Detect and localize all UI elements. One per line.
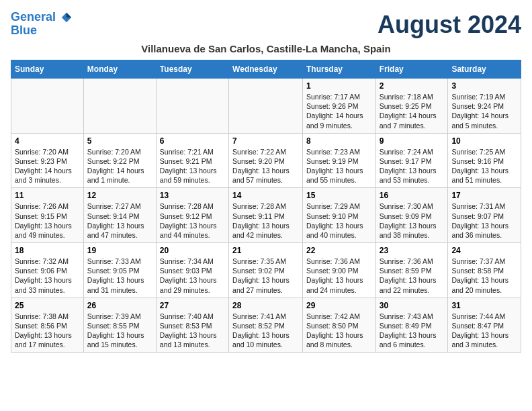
weekday-header-tuesday: Tuesday bbox=[156, 60, 228, 79]
day-info: Sunrise: 7:42 AM Sunset: 8:50 PM Dayligh… bbox=[306, 312, 372, 350]
calendar-cell: 22Sunrise: 7:36 AM Sunset: 9:00 PM Dayli… bbox=[302, 243, 375, 298]
day-number: 1 bbox=[306, 81, 372, 91]
calendar-cell: 9Sunrise: 7:24 AM Sunset: 9:17 PM Daylig… bbox=[375, 133, 448, 188]
day-number: 9 bbox=[380, 136, 445, 146]
svg-marker-1 bbox=[66, 13, 71, 17]
calendar-cell bbox=[156, 79, 228, 134]
day-info: Sunrise: 7:28 AM Sunset: 9:11 PM Dayligh… bbox=[232, 201, 299, 240]
calendar-cell: 15Sunrise: 7:29 AM Sunset: 9:10 PM Dayli… bbox=[302, 188, 375, 243]
day-info: Sunrise: 7:31 AM Sunset: 9:07 PM Dayligh… bbox=[451, 201, 517, 240]
calendar-cell: 10Sunrise: 7:25 AM Sunset: 9:16 PM Dayli… bbox=[448, 133, 521, 188]
day-number: 19 bbox=[87, 246, 152, 255]
day-info: Sunrise: 7:34 AM Sunset: 9:03 PM Dayligh… bbox=[160, 257, 225, 295]
day-number: 20 bbox=[160, 246, 225, 255]
calendar-cell: 20Sunrise: 7:34 AM Sunset: 9:03 PM Dayli… bbox=[156, 243, 228, 298]
day-info: Sunrise: 7:25 AM Sunset: 9:16 PM Dayligh… bbox=[451, 147, 517, 185]
logo-general: General bbox=[11, 10, 56, 24]
calendar-cell: 30Sunrise: 7:43 AM Sunset: 8:49 PM Dayli… bbox=[375, 298, 448, 353]
day-info: Sunrise: 7:28 AM Sunset: 9:12 PM Dayligh… bbox=[160, 201, 225, 240]
weekday-header-thursday: Thursday bbox=[302, 60, 375, 79]
day-info: Sunrise: 7:24 AM Sunset: 9:17 PM Dayligh… bbox=[380, 147, 445, 185]
day-info: Sunrise: 7:30 AM Sunset: 9:09 PM Dayligh… bbox=[380, 201, 445, 240]
calendar-cell: 23Sunrise: 7:36 AM Sunset: 8:59 PM Dayli… bbox=[375, 243, 448, 298]
calendar-cell: 18Sunrise: 7:32 AM Sunset: 9:06 PM Dayli… bbox=[11, 243, 84, 298]
day-info: Sunrise: 7:29 AM Sunset: 9:10 PM Dayligh… bbox=[306, 201, 372, 240]
day-number: 15 bbox=[306, 191, 372, 200]
calendar-cell: 24Sunrise: 7:37 AM Sunset: 8:58 PM Dayli… bbox=[448, 243, 521, 298]
day-info: Sunrise: 7:37 AM Sunset: 8:58 PM Dayligh… bbox=[451, 257, 517, 295]
calendar-cell bbox=[11, 79, 84, 134]
calendar-cell: 6Sunrise: 7:21 AM Sunset: 9:21 PM Daylig… bbox=[156, 133, 228, 188]
weekday-header-saturday: Saturday bbox=[448, 60, 521, 79]
day-info: Sunrise: 7:17 AM Sunset: 9:26 PM Dayligh… bbox=[306, 92, 372, 130]
weekday-header-friday: Friday bbox=[375, 60, 448, 79]
day-number: 12 bbox=[87, 191, 152, 200]
day-info: Sunrise: 7:38 AM Sunset: 8:56 PM Dayligh… bbox=[15, 312, 80, 350]
calendar-cell: 28Sunrise: 7:41 AM Sunset: 8:52 PM Dayli… bbox=[229, 298, 303, 353]
day-number: 2 bbox=[380, 81, 445, 91]
day-number: 24 bbox=[451, 246, 517, 255]
calendar-cell: 7Sunrise: 7:22 AM Sunset: 9:20 PM Daylig… bbox=[229, 133, 303, 188]
day-number: 3 bbox=[451, 81, 517, 91]
day-number: 30 bbox=[380, 301, 445, 310]
day-number: 28 bbox=[232, 301, 299, 310]
day-info: Sunrise: 7:36 AM Sunset: 8:59 PM Dayligh… bbox=[380, 257, 445, 295]
day-number: 25 bbox=[15, 301, 80, 310]
day-number: 29 bbox=[306, 301, 372, 310]
day-info: Sunrise: 7:36 AM Sunset: 9:00 PM Dayligh… bbox=[306, 257, 372, 295]
subtitle: Villanueva de San Carlos, Castille-La Ma… bbox=[11, 43, 521, 54]
logo-blue: Blue bbox=[11, 24, 37, 37]
day-number: 8 bbox=[306, 136, 372, 146]
day-number: 23 bbox=[380, 246, 445, 255]
calendar-cell: 8Sunrise: 7:23 AM Sunset: 9:19 PM Daylig… bbox=[302, 133, 375, 188]
calendar-cell: 26Sunrise: 7:39 AM Sunset: 8:55 PM Dayli… bbox=[83, 298, 156, 353]
calendar-cell: 14Sunrise: 7:28 AM Sunset: 9:11 PM Dayli… bbox=[229, 188, 303, 243]
calendar-cell: 2Sunrise: 7:18 AM Sunset: 9:25 PM Daylig… bbox=[375, 79, 448, 134]
month-title: August 2024 bbox=[378, 11, 521, 39]
day-info: Sunrise: 7:19 AM Sunset: 9:24 PM Dayligh… bbox=[451, 92, 517, 130]
day-info: Sunrise: 7:23 AM Sunset: 9:19 PM Dayligh… bbox=[306, 147, 372, 185]
calendar-table: SundayMondayTuesdayWednesdayThursdayFrid… bbox=[11, 60, 521, 353]
day-info: Sunrise: 7:22 AM Sunset: 9:20 PM Dayligh… bbox=[232, 147, 299, 185]
day-info: Sunrise: 7:21 AM Sunset: 9:21 PM Dayligh… bbox=[160, 147, 225, 185]
day-number: 31 bbox=[451, 301, 517, 310]
day-info: Sunrise: 7:40 AM Sunset: 8:53 PM Dayligh… bbox=[160, 312, 225, 350]
day-number: 16 bbox=[380, 191, 445, 200]
day-info: Sunrise: 7:39 AM Sunset: 8:55 PM Dayligh… bbox=[87, 312, 152, 350]
day-number: 11 bbox=[15, 191, 80, 200]
title-section: August 2024 bbox=[378, 11, 521, 39]
day-info: Sunrise: 7:20 AM Sunset: 9:22 PM Dayligh… bbox=[87, 147, 152, 185]
calendar-cell: 29Sunrise: 7:42 AM Sunset: 8:50 PM Dayli… bbox=[302, 298, 375, 353]
day-number: 4 bbox=[15, 136, 80, 146]
day-number: 17 bbox=[451, 191, 517, 200]
day-number: 6 bbox=[160, 136, 225, 146]
calendar-cell: 31Sunrise: 7:44 AM Sunset: 8:47 PM Dayli… bbox=[448, 298, 521, 353]
weekday-header-sunday: Sunday bbox=[11, 60, 84, 79]
day-number: 7 bbox=[232, 136, 299, 146]
day-number: 27 bbox=[160, 301, 225, 310]
calendar-cell: 21Sunrise: 7:35 AM Sunset: 9:02 PM Dayli… bbox=[229, 243, 303, 298]
day-number: 5 bbox=[87, 136, 152, 146]
calendar-cell: 1Sunrise: 7:17 AM Sunset: 9:26 PM Daylig… bbox=[302, 79, 375, 134]
day-info: Sunrise: 7:35 AM Sunset: 9:02 PM Dayligh… bbox=[232, 257, 299, 295]
calendar-cell bbox=[229, 79, 303, 134]
day-info: Sunrise: 7:27 AM Sunset: 9:14 PM Dayligh… bbox=[87, 201, 152, 240]
day-info: Sunrise: 7:32 AM Sunset: 9:06 PM Dayligh… bbox=[15, 257, 80, 295]
logo: General Blue bbox=[11, 11, 73, 38]
day-info: Sunrise: 7:20 AM Sunset: 9:23 PM Dayligh… bbox=[15, 147, 80, 185]
weekday-header-monday: Monday bbox=[83, 60, 156, 79]
day-info: Sunrise: 7:33 AM Sunset: 9:05 PM Dayligh… bbox=[87, 257, 152, 295]
day-number: 10 bbox=[451, 136, 517, 146]
calendar-cell: 12Sunrise: 7:27 AM Sunset: 9:14 PM Dayli… bbox=[83, 188, 156, 243]
calendar-cell: 16Sunrise: 7:30 AM Sunset: 9:09 PM Dayli… bbox=[375, 188, 448, 243]
day-info: Sunrise: 7:44 AM Sunset: 8:47 PM Dayligh… bbox=[451, 312, 517, 350]
calendar-cell: 4Sunrise: 7:20 AM Sunset: 9:23 PM Daylig… bbox=[11, 133, 84, 188]
calendar-cell: 17Sunrise: 7:31 AM Sunset: 9:07 PM Dayli… bbox=[448, 188, 521, 243]
calendar-cell: 3Sunrise: 7:19 AM Sunset: 9:24 PM Daylig… bbox=[448, 79, 521, 134]
day-number: 18 bbox=[15, 246, 80, 255]
day-number: 21 bbox=[232, 246, 299, 255]
calendar-cell: 27Sunrise: 7:40 AM Sunset: 8:53 PM Dayli… bbox=[156, 298, 228, 353]
day-number: 22 bbox=[306, 246, 372, 255]
calendar-cell bbox=[83, 79, 156, 134]
calendar-cell: 5Sunrise: 7:20 AM Sunset: 9:22 PM Daylig… bbox=[83, 133, 156, 188]
